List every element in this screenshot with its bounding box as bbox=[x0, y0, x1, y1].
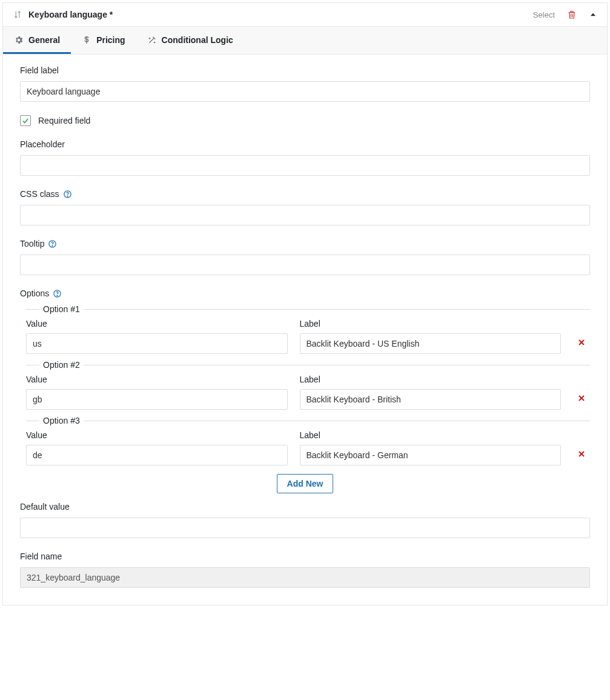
options-block: Options Option #1 Value bbox=[20, 288, 590, 493]
option-label-input[interactable] bbox=[300, 445, 562, 465]
css-class-input[interactable] bbox=[20, 205, 590, 225]
option-value-input[interactable] bbox=[26, 445, 288, 465]
collapse-toggle[interactable] bbox=[589, 10, 597, 19]
panel-header: Keyboard language * Select bbox=[3, 3, 607, 26]
tabs-bar: General Pricing Conditional Logic bbox=[3, 26, 607, 55]
tab-conditional-logic[interactable]: Conditional Logic bbox=[136, 27, 244, 54]
placeholder-input[interactable] bbox=[20, 155, 590, 176]
option-label-input[interactable] bbox=[300, 389, 562, 410]
required-label: Required field bbox=[38, 116, 90, 125]
options-caption: Options bbox=[20, 288, 49, 298]
help-icon[interactable] bbox=[53, 289, 62, 298]
option-legend: Option #2 bbox=[39, 360, 84, 370]
option-group: Option #3 Value Label bbox=[26, 416, 590, 465]
option-legend: Option #1 bbox=[39, 304, 84, 314]
option-group: Option #2 Value Label bbox=[26, 360, 590, 410]
required-field-row: Required field bbox=[20, 115, 590, 126]
remove-option-icon[interactable] bbox=[573, 442, 590, 465]
panel-title: Keyboard language * bbox=[28, 10, 527, 19]
remove-option-icon[interactable] bbox=[573, 387, 590, 410]
option-value-input[interactable] bbox=[26, 333, 288, 354]
option-value-label: Value bbox=[26, 319, 288, 328]
placeholder-caption: Placeholder bbox=[20, 139, 590, 149]
field-label-block: Field label bbox=[20, 65, 590, 102]
option-label-input[interactable] bbox=[300, 333, 562, 354]
remove-option-icon[interactable] bbox=[573, 331, 590, 354]
option-value-label: Value bbox=[26, 430, 288, 440]
help-icon[interactable] bbox=[63, 190, 72, 199]
tab-general[interactable]: General bbox=[3, 27, 71, 54]
field-label-caption: Field label bbox=[20, 65, 590, 75]
option-value-input[interactable] bbox=[26, 389, 288, 410]
field-type-link[interactable]: Select bbox=[533, 10, 555, 19]
add-new-button[interactable]: Add New bbox=[277, 474, 334, 493]
dollar-icon bbox=[82, 35, 91, 45]
option-label-label: Label bbox=[300, 319, 562, 328]
placeholder-block: Placeholder bbox=[20, 139, 590, 176]
wand-icon bbox=[147, 35, 157, 45]
panel-actions: Select bbox=[533, 9, 597, 20]
field-label-input[interactable] bbox=[20, 81, 590, 102]
gear-icon bbox=[14, 35, 24, 45]
svg-point-1 bbox=[67, 196, 68, 196]
panel-body: Field label Required field Placeholder C… bbox=[3, 55, 607, 605]
option-legend: Option #3 bbox=[39, 416, 84, 425]
field-config-panel: Keyboard language * Select General bbox=[2, 2, 608, 605]
field-name-input bbox=[20, 567, 590, 588]
tab-label: Pricing bbox=[96, 35, 125, 45]
option-group: Option #1 Value Label bbox=[26, 304, 590, 354]
option-label-label: Label bbox=[300, 430, 562, 440]
help-icon[interactable] bbox=[48, 239, 57, 248]
tab-pricing[interactable]: Pricing bbox=[71, 27, 136, 54]
tab-label: Conditional Logic bbox=[162, 35, 233, 45]
drag-sort-icon[interactable] bbox=[13, 10, 22, 19]
option-label-label: Label bbox=[300, 375, 562, 384]
tooltip-caption: Tooltip bbox=[20, 239, 44, 248]
trash-icon[interactable] bbox=[567, 9, 577, 20]
field-name-block: Field name bbox=[20, 552, 590, 588]
default-value-block: Default value bbox=[20, 502, 590, 538]
css-class-caption: CSS class bbox=[20, 189, 59, 199]
default-value-caption: Default value bbox=[20, 502, 590, 512]
required-checkbox[interactable] bbox=[20, 115, 31, 126]
tooltip-input[interactable] bbox=[20, 255, 590, 275]
field-name-caption: Field name bbox=[20, 552, 590, 561]
default-value-input[interactable] bbox=[20, 518, 590, 538]
tab-label: General bbox=[28, 35, 60, 45]
css-class-block: CSS class bbox=[20, 189, 590, 225]
option-value-label: Value bbox=[26, 375, 288, 384]
tooltip-block: Tooltip bbox=[20, 239, 590, 275]
svg-point-5 bbox=[57, 295, 58, 296]
svg-point-3 bbox=[52, 245, 53, 246]
